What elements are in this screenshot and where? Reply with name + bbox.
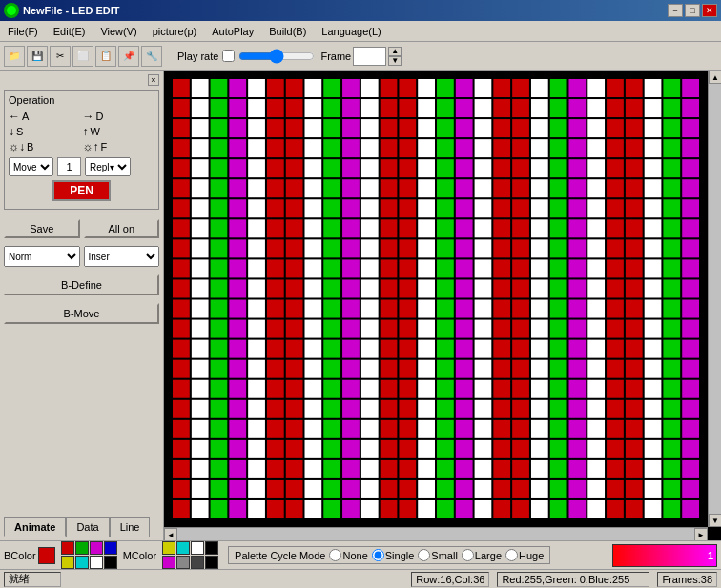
mpalette-4[interactable]	[205, 541, 218, 555]
palette-color-black[interactable]	[104, 556, 117, 569]
palette-color-blue[interactable]	[104, 541, 117, 555]
app-icon	[4, 3, 19, 18]
allon-button[interactable]: All on	[84, 219, 160, 238]
palette-color-white[interactable]	[90, 556, 103, 569]
mpalette-3[interactable]	[191, 541, 204, 555]
mpalette-6[interactable]	[176, 556, 190, 569]
menu-language[interactable]: Language(L)	[314, 24, 388, 39]
mcolor-palette-grid	[162, 541, 218, 569]
tab-animate[interactable]: Animate	[4, 517, 66, 537]
arrow-up-icon: ↑	[83, 125, 89, 138]
arrow-grid: ← A → D ↓ S ↑ W ☼↓ B	[9, 110, 154, 153]
pen-button[interactable]: PEN	[52, 180, 111, 201]
mpalette-7[interactable]	[191, 556, 204, 569]
minimize-button[interactable]: −	[668, 4, 683, 17]
cycle-huge[interactable]: Huge	[505, 549, 544, 561]
inser-select[interactable]: Inser	[84, 246, 160, 267]
palette-color-red[interactable]	[61, 541, 74, 555]
left-panel: × Operation ← A → D ↓ S ↑ W	[0, 71, 164, 540]
palette-color-magenta[interactable]	[90, 541, 103, 555]
move-select[interactable]: Move	[9, 157, 53, 176]
cycle-small-radio[interactable]	[418, 549, 430, 561]
save-button[interactable]: Save	[4, 219, 80, 238]
close-button[interactable]: ✕	[702, 4, 717, 17]
norm-inser-row: Norm Inser	[4, 246, 159, 267]
scroll-right-button[interactable]: ►	[694, 528, 708, 540]
cycle-single[interactable]: Single	[372, 549, 415, 561]
cycle-small[interactable]: Small	[418, 549, 458, 561]
tab-data[interactable]: Data	[66, 517, 109, 537]
bmove-button[interactable]: B-Move	[4, 303, 159, 324]
status-frames: Frames:38	[657, 572, 717, 587]
frame-input[interactable]: 38	[353, 47, 386, 66]
arrow-w[interactable]: ↑ W	[83, 125, 155, 138]
bdefine-button[interactable]: B-Define	[4, 274, 159, 295]
brightness-down-icon: ☼↓	[9, 140, 25, 153]
arrow-b[interactable]: ☼↓ B	[9, 140, 81, 153]
toolbar-btn-3[interactable]: ✂	[50, 46, 71, 67]
frame-label: Frame	[320, 51, 351, 62]
arrow-left-icon: ←	[9, 110, 20, 123]
toolbar: 📁 💾 ✂ ⬜ 📋 📌 🔧 Play rate Frame 38 ▲ ▼	[0, 42, 721, 71]
palette-color-yellow[interactable]	[61, 556, 74, 569]
toolbar-btn-5[interactable]: 📋	[95, 46, 116, 67]
arrow-f[interactable]: ☼↑ F	[83, 140, 155, 153]
toolbar-btn-1[interactable]: 📁	[4, 46, 25, 67]
cycle-none-radio[interactable]	[329, 549, 341, 561]
toolbar-btn-2[interactable]: 💾	[27, 46, 48, 67]
scroll-left-button[interactable]: ◄	[164, 528, 177, 540]
arrow-f-label: F	[101, 141, 108, 152]
menu-autoplay[interactable]: AutoPlay	[204, 24, 261, 39]
status-rowcol: Row:16,Col:36	[411, 572, 489, 587]
maximize-button[interactable]: □	[685, 4, 700, 17]
toolbar-btn-4[interactable]: ⬜	[72, 46, 93, 67]
save-allon-row: Save All on	[4, 219, 159, 238]
scroll-up-button[interactable]: ▲	[709, 71, 721, 84]
cycle-huge-radio[interactable]	[505, 549, 518, 561]
color-preview-box: 1	[612, 544, 717, 567]
bcolor-box[interactable]	[38, 547, 55, 564]
mpalette-8[interactable]	[205, 556, 218, 569]
cycle-single-radio[interactable]	[372, 549, 384, 561]
toolbar-btn-7[interactable]: 🔧	[141, 46, 162, 67]
scroll-down-button[interactable]: ▼	[709, 514, 721, 527]
cycle-large[interactable]: Large	[462, 549, 502, 561]
menu-view[interactable]: View(V)	[93, 24, 144, 39]
cycle-large-radio[interactable]	[462, 549, 474, 561]
palette-color-green[interactable]	[75, 541, 89, 555]
operation-title: Operation	[9, 94, 154, 106]
playrate-checkbox[interactable]	[222, 50, 235, 62]
scroll-track-vertical[interactable]	[709, 84, 721, 514]
norm-select[interactable]: Norm	[4, 246, 80, 267]
cycle-none-label: None	[342, 550, 367, 561]
mpalette-1[interactable]	[162, 541, 175, 555]
arrow-a-label: A	[22, 111, 29, 122]
scroll-track-horizontal[interactable]	[177, 528, 694, 540]
arrow-d-label: D	[96, 111, 104, 122]
cycle-single-label: Single	[385, 550, 415, 561]
palette-color-cyan[interactable]	[75, 556, 89, 569]
move-value-input[interactable]	[57, 157, 81, 176]
repl-select[interactable]: Repl▾	[85, 157, 131, 176]
canvas-area[interactable]: ▲ ▼ ◄ ►	[164, 71, 721, 540]
cycle-huge-label: Huge	[519, 550, 544, 561]
mpalette-2[interactable]	[176, 541, 190, 555]
playrate-slider[interactable]	[238, 49, 315, 64]
arrow-s[interactable]: ↓ S	[9, 125, 81, 138]
cycle-none[interactable]: None	[329, 549, 367, 561]
horizontal-scrollbar: ◄ ►	[164, 527, 708, 540]
arrow-s-label: S	[16, 126, 23, 137]
menu-build[interactable]: Build(B)	[261, 24, 314, 39]
menu-picture[interactable]: picture(p)	[145, 24, 204, 39]
tab-line[interactable]: Line	[110, 517, 151, 537]
mpalette-5[interactable]	[162, 556, 175, 569]
arrow-d[interactable]: → D	[83, 110, 155, 123]
toolbar-btn-6[interactable]: 📌	[118, 46, 139, 67]
menu-file[interactable]: File(F)	[0, 24, 46, 39]
panel-close-button[interactable]: ×	[148, 74, 159, 86]
frame-spin-down[interactable]: ▼	[388, 56, 402, 66]
color-palette-grid	[61, 541, 117, 569]
menu-edit[interactable]: Edit(E)	[46, 24, 93, 39]
arrow-a[interactable]: ← A	[9, 110, 81, 123]
frame-spin-up[interactable]: ▲	[388, 47, 402, 56]
